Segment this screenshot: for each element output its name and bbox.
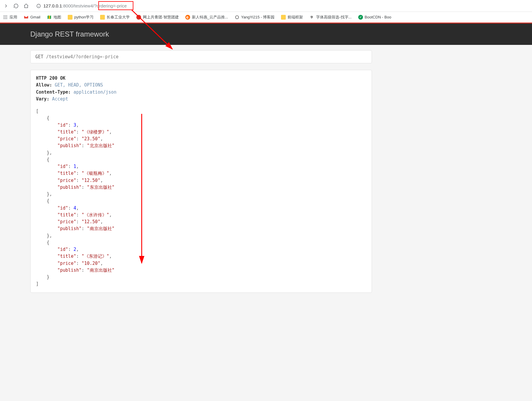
bookmark-item[interactable]: 网上共青团·智慧团建 [136, 15, 179, 20]
header-vary: Vary: Accept [36, 96, 366, 103]
bookmark-item[interactable]: 前端框架 [281, 15, 303, 20]
bookmark-label: 应用 [10, 15, 17, 20]
cloud-icon: ◐ [185, 15, 190, 20]
bookmark-label: YangYi215 - 博客园 [241, 15, 275, 20]
content: GET /testview4/?ordering=-price HTTP 200… [30, 45, 372, 293]
bookmark-item[interactable]: 地图 [47, 15, 61, 20]
svg-text:字: 字 [310, 15, 313, 18]
bookmark-label: BootCDN - Boo [365, 15, 391, 19]
bookmark-item[interactable]: ✓BootCDN - Boo [358, 15, 391, 20]
drf-header: Django REST framework [0, 23, 532, 45]
response-body: [ { "id": 3, "title": "《绿楼梦》", "price": … [36, 108, 366, 288]
svg-point-7 [5, 17, 6, 18]
folder-icon [68, 15, 72, 20]
browser-nav-bar: 127.0.0.1:8000/testview4/?ordering=-pric… [0, 0, 532, 12]
svg-point-9 [4, 18, 4, 19]
bookmark-label: 新人特惠_云产品推... [192, 15, 228, 20]
site-info-icon[interactable] [36, 4, 41, 8]
gmail-icon [24, 15, 29, 20]
svg-point-14 [235, 15, 239, 19]
home-icon[interactable] [23, 3, 29, 9]
header-content-type: Content-Type: application/json [36, 89, 366, 96]
folder-icon [100, 15, 105, 20]
reload-icon[interactable] [13, 3, 19, 9]
font-icon: 字 [310, 15, 314, 20]
bookmark-label: 前端框架 [288, 15, 303, 20]
request-bar: GET /testview4/?ordering=-price [30, 50, 372, 63]
bookmark-item[interactable]: 字字体高级筛选-找字... [310, 15, 351, 20]
response-panel: HTTP 200 OK Allow: GET, HEAD, OPTIONS Co… [30, 70, 372, 293]
svg-point-4 [5, 15, 6, 16]
bookmark-item[interactable]: YangYi215 - 博客园 [235, 15, 275, 20]
request-path: /testview4/?ordering=-price [46, 54, 119, 59]
bookmarks-bar: 应用Gmail地图python学习长春工业大学网上共青团·智慧团建◐新人特惠_云… [0, 12, 532, 23]
request-method: GET [35, 54, 43, 59]
drf-title[interactable]: Django REST framework [30, 30, 109, 38]
folder-icon [281, 15, 286, 20]
blog-icon [235, 15, 239, 20]
url-bar[interactable]: 127.0.0.1:8000/testview4/?ordering=-pric… [33, 2, 529, 10]
bookmark-label: Gmail [30, 15, 40, 19]
apps-icon [3, 15, 8, 20]
header-allow: Allow: GET, HEAD, OPTIONS [36, 82, 366, 89]
bootcdn-icon: ✓ [358, 15, 363, 20]
red-icon [136, 15, 141, 20]
bookmark-label: 地图 [53, 15, 61, 20]
bookmark-label: python学习 [74, 15, 94, 20]
svg-point-10 [5, 18, 6, 19]
svg-point-3 [4, 15, 4, 16]
bookmark-label: 字体高级筛选-找字... [316, 15, 351, 20]
bookmark-label: 网上共青团·智慧团建 [143, 15, 179, 20]
url-text: 127.0.0.1:8000/testview4/?ordering=-pric… [43, 3, 127, 8]
bookmark-item[interactable]: 长春工业大学 [100, 15, 130, 20]
svg-point-6 [4, 17, 4, 18]
map-icon [47, 15, 52, 20]
status-line: HTTP 200 OK [36, 75, 366, 82]
bookmark-label: 长春工业大学 [107, 15, 130, 20]
bookmark-item[interactable]: ◐新人特惠_云产品推... [185, 15, 228, 20]
svg-marker-13 [49, 15, 50, 19]
svg-point-11 [6, 18, 7, 19]
bookmark-item[interactable]: 应用 [3, 15, 17, 20]
forward-icon[interactable] [3, 3, 9, 9]
svg-point-5 [6, 15, 7, 16]
bookmark-item[interactable]: python学习 [68, 15, 94, 20]
svg-point-8 [6, 17, 7, 18]
bookmark-item[interactable]: Gmail [24, 15, 40, 20]
